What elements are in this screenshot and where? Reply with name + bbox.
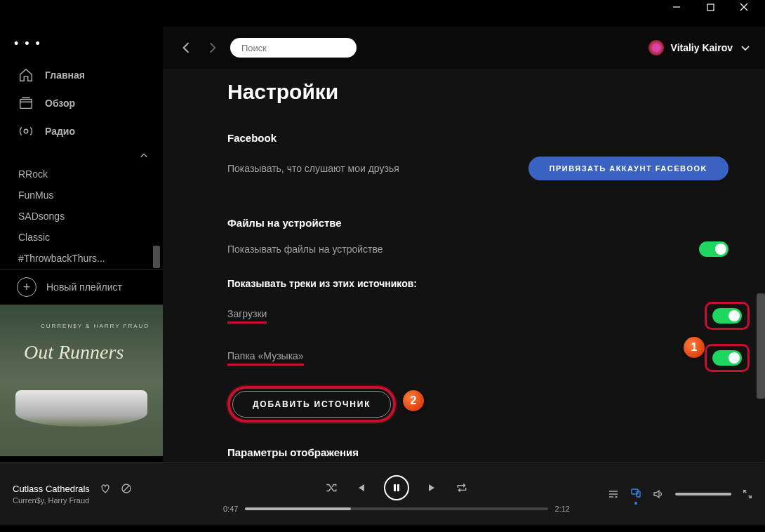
section-display-head: Параметры отображения (227, 446, 729, 458)
now-playing-artist[interactable]: Curren$y, Harry Fraud (13, 496, 223, 505)
page-title: Настройки (227, 80, 729, 104)
duration-time: 2:12 (555, 505, 570, 513)
svg-line-11 (124, 486, 129, 491)
svg-rect-13 (397, 484, 399, 491)
heart-icon[interactable] (100, 483, 111, 494)
window-maximize-button[interactable] (693, 0, 727, 19)
add-source-button[interactable]: ДОБАВИТЬ ИСТОЧНИК (232, 391, 391, 418)
playlist-item[interactable]: #ThrowbackThurs... (0, 248, 163, 269)
source-downloads-label: Загрузки (227, 308, 267, 324)
queue-icon[interactable] (608, 488, 619, 500)
nav-forward-button[interactable] (204, 39, 222, 57)
search-box[interactable] (230, 38, 357, 58)
album-title-text: Out Runners (24, 341, 124, 364)
previous-button[interactable] (354, 481, 367, 494)
callout-1: 1 (684, 337, 705, 358)
nav-browse[interactable]: Обзор (0, 89, 163, 117)
svg-rect-12 (394, 484, 396, 491)
source-downloads-toggle[interactable] (712, 308, 742, 324)
chevron-up-icon[interactable] (139, 151, 149, 161)
nav-radio[interactable]: Радио (0, 117, 163, 145)
nav-home[interactable]: Главная (0, 61, 163, 89)
svg-rect-1 (707, 4, 714, 11)
sidebar-scrollbar[interactable] (153, 246, 160, 268)
window-minimize-button[interactable] (660, 0, 693, 19)
nav-back-button[interactable] (177, 39, 195, 57)
svg-point-7 (24, 129, 28, 133)
repeat-button[interactable] (455, 481, 468, 494)
progress-bar[interactable] (245, 507, 547, 510)
block-icon[interactable] (121, 483, 132, 494)
section-local-files-head: Файлы на устройстве (227, 217, 729, 229)
avatar (648, 40, 664, 55)
player-bar: Cutlass Cathedrals Curren$y, Harry Fraud… (0, 462, 765, 525)
chevron-down-icon (740, 42, 751, 53)
section-facebook-head: Facebook (227, 132, 729, 144)
plus-icon: + (17, 277, 36, 297)
content-scrollbar[interactable] (757, 293, 765, 399)
next-button[interactable] (426, 481, 439, 494)
main-panel: Vitaliy Kairov Настройки Facebook Показы… (163, 27, 765, 462)
play-pause-button[interactable] (384, 475, 409, 500)
show-local-files-desc: Показывать файлы на устройстве (227, 244, 383, 255)
playlist-item[interactable]: SADsongs (0, 206, 163, 227)
source-music-folder-label: Папка «Музыка» (227, 350, 304, 366)
now-playing-cover[interactable]: CURREN$Y & HARRY FRAUD Out Runners (0, 305, 163, 456)
menu-dots[interactable]: • • • (0, 32, 163, 61)
sidebar: • • • Главная Обзор Радио RRock FunMus S… (0, 27, 163, 462)
nav-home-label: Главная (45, 69, 85, 81)
now-playing-track[interactable]: Cutlass Cathedrals (13, 484, 90, 494)
radio-icon (18, 124, 34, 139)
nav-radio-label: Радио (45, 126, 75, 137)
album-artist-text: CURREN$Y & HARRY FRAUD (41, 323, 149, 329)
browse-icon (18, 95, 34, 111)
link-facebook-button[interactable]: ПРИВЯЗАТЬ АККАУНТ FACEBOOK (528, 157, 729, 180)
playlist-item[interactable]: Classic (0, 227, 163, 248)
devices-icon[interactable] (630, 487, 641, 501)
callout-2: 2 (403, 390, 424, 411)
window-close-button[interactable] (727, 0, 761, 19)
show-local-files-toggle[interactable] (699, 241, 729, 257)
shuffle-button[interactable] (325, 481, 338, 494)
playlist-item[interactable]: FunMus (0, 185, 163, 206)
search-input[interactable] (241, 43, 359, 53)
new-playlist-label: Новый плейлист (46, 281, 122, 293)
user-menu[interactable]: Vitaliy Kairov (648, 40, 751, 55)
source-music-folder-toggle[interactable] (712, 350, 742, 366)
svg-rect-4 (20, 100, 32, 109)
playlist-item[interactable]: RRock (0, 164, 163, 185)
sources-subhead: Показывать треки из этих источников: (227, 278, 729, 289)
facebook-desc: Показывать, что слушают мои друзья (227, 163, 399, 174)
volume-slider[interactable] (675, 493, 731, 496)
new-playlist-button[interactable]: + Новый плейлист (0, 269, 163, 305)
elapsed-time: 0:47 (223, 505, 238, 513)
volume-icon[interactable] (653, 488, 664, 500)
user-name-label: Vitaliy Kairov (671, 42, 733, 53)
fullscreen-icon[interactable] (743, 489, 752, 499)
nav-browse-label: Обзор (45, 98, 75, 109)
home-icon (18, 67, 34, 83)
